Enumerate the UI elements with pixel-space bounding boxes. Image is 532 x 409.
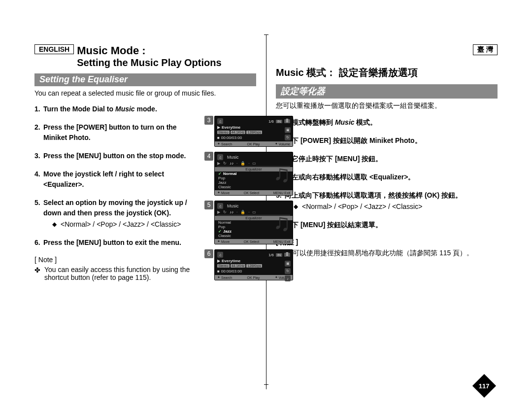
music-note-icon: ♫ — [217, 154, 223, 160]
intro-text-chinese: 您可以重複播放一個選取的音樂檔案或一組音樂檔案。 — [276, 102, 498, 110]
right-column: 臺 灣 Music 模式： 設定音樂播放選項 設定等化器 您可以重複播放一個選取… — [276, 44, 498, 258]
screen-bottom-bar: ✦Move OK Select MENU Exit — [215, 239, 293, 244]
play-icon: ▶ — [217, 259, 220, 263]
step-2-ch: 2. 按下 [POWER] 按鈕以開啟 Miniket Photo。 — [276, 136, 498, 146]
step-3-ch: 3. 在它停止時按下 [MENU] 按鈕。 — [276, 154, 498, 164]
play-icon: ▶ — [217, 161, 220, 166]
check-icon: ✓ — [218, 171, 222, 176]
format-icon: ▭ — [252, 210, 256, 214]
stop-icon: ■ — [217, 136, 220, 140]
step-4-ch: 4. 向左或向右移動搖桿以選取 <Equalizer>。 — [276, 172, 498, 182]
note-body-chinese: ✤ 您可以使用捷徑按鈕簡易地存取此功能（請參閱第 115 頁）。 — [276, 249, 498, 258]
step-6-ch: 6. 按下 [MENU] 按鈕以結束選單。 — [276, 220, 498, 230]
equalizer-icon: ♪♪ — [230, 161, 233, 166]
audio-info-chips: Stereo 44.1KHz 128Kbps — [217, 131, 290, 134]
camera-icon: ▣ — [285, 127, 291, 133]
note-bullet: ✤ — [34, 266, 40, 281]
screen-top-row: ♫ 1/6 IN ≣ — [217, 118, 290, 124]
mode-subtitle: Setting the Music Play Options — [77, 57, 221, 68]
screen-bottom-bar: ✦Search OK Play ✦Volume — [215, 275, 293, 280]
step-4: 4. Move the joystick left / right to sel… — [34, 169, 187, 190]
dpad-icon: ✦ — [217, 239, 220, 243]
screenshot-5: 5 ♫ Music ▶ ↻ ♪♪ · 🔒 · ▭ ♫ Equalizer Nor… — [214, 201, 303, 244]
screenshot-6: 6 ♫ 1/6 IN ≣ ▣ ↻ ♪ ▶ Everytime — [214, 249, 303, 280]
device-screen: ♫ Music ▶ ↻ ♪♪ · 🔒 · ▭ ♫ Equalizer Norma… — [214, 201, 293, 244]
lock-icon: 🔒 — [240, 161, 245, 166]
screenshot-number: 3 — [204, 116, 213, 125]
right-header: 臺 灣 — [276, 44, 498, 55]
time-row: ■ 00:00/03:00 — [217, 269, 290, 273]
screenshot-4: 4 ♫ Music ▶ ↻ ♪♪ · 🔒 · ▭ ♫ Equalizer ✓No… — [214, 152, 303, 196]
dpad-icon: ✦ — [217, 142, 220, 146]
screen-top-row: ♫ 1/6 IN ≣ — [217, 252, 290, 258]
mode-title: Music Mode : — [77, 44, 221, 57]
format-icon: ▭ — [252, 161, 256, 166]
step-5-ch: 5. 向上或向下移動搖桿以選取選項，然後按搖桿 (OK) 按鈕。 ◆ <Norm… — [276, 190, 498, 212]
time-row: ■ 00:00/03:00 — [217, 136, 290, 140]
step-5-options: ◆ <Normal> / <Pop> / <Jazz> / <Classic> — [52, 219, 187, 230]
side-icon-strip: ▣ ↻ — [285, 127, 291, 140]
song-title-row: ▶ Everytime — [217, 259, 290, 263]
repeat-icon: ↻ — [285, 268, 291, 274]
step-2: 2. Press the [POWER] button to turn on t… — [34, 122, 187, 143]
device-screen: ♫ Music ▶ ↻ ♪♪ · 🔒 · ▭ ♫ Equalizer ✓Norm… — [214, 152, 293, 196]
lock-icon: 🔒 — [240, 210, 245, 214]
dpad-icon: ✦ — [275, 275, 278, 279]
repeat-icon: ↻ — [223, 161, 227, 166]
equalizer-icon: ♪♪ — [230, 210, 233, 214]
list-icon: ≣ — [284, 119, 290, 123]
divider-tick — [264, 34, 268, 35]
eq-jazz-icon: ♪ — [285, 275, 291, 281]
music-note-icon: ♫ — [217, 118, 223, 124]
device-screen: ♫ 1/6 IN ≣ ▣ ↻ ♪ ▶ Everytime Stereo — [214, 249, 293, 280]
check-icon: ✓ — [218, 229, 222, 234]
device-screenshots: 3 ♫ 1/6 IN ≣ ▣ ↻ ▶ Everytime — [214, 116, 303, 285]
language-badge-english: ENGLISH — [34, 44, 74, 54]
screen-bottom-bar: ✦Move OK Select MENU Exit — [215, 190, 293, 195]
step-5: 5. Select an option by moving the joysti… — [34, 198, 187, 230]
dpad-icon: ✦ — [217, 275, 220, 279]
stop-icon: ■ — [217, 269, 220, 273]
dpad-icon: ✦ — [275, 142, 278, 146]
screen-bottom-bar: ✦Search OK Play ✦Volume — [215, 141, 293, 146]
page: ENGLISH Music Mode : Setting the Music P… — [34, 44, 498, 389]
left-header: ENGLISH Music Mode : Setting the Music P… — [34, 44, 256, 68]
side-icon-strip: ▣ ↻ ♪ — [285, 261, 291, 281]
step-6: 6. Press the [MENU] button to exit the m… — [34, 238, 187, 248]
audio-info-chips: Stereo 44.1KHz 128Kbps — [217, 264, 290, 268]
screenshot-3: 3 ♫ 1/6 IN ≣ ▣ ↻ ▶ Everytime — [214, 116, 303, 147]
dpad-icon: ✦ — [217, 191, 220, 195]
step-1-ch: 1. 將模式轉盤轉到 Music 模式。 — [276, 117, 498, 128]
screenshot-number: 4 — [204, 152, 213, 161]
play-icon: ▶ — [217, 210, 220, 214]
section-heading-chinese: 設定等化器 — [276, 84, 498, 99]
big-music-note-icon: ♫ — [273, 162, 291, 186]
step-5-options-ch: ◆ <Normal> / <Pop> / <Jazz> / <Classic> — [294, 202, 498, 212]
screen-top-row: ♫ Music — [217, 203, 290, 209]
list-icon: ≣ — [284, 253, 290, 257]
left-title-block: Music Mode : Setting the Music Play Opti… — [77, 44, 221, 68]
storage-in-badge: IN — [276, 120, 282, 123]
play-icon: ▶ — [217, 125, 220, 130]
storage-in-badge: IN — [276, 253, 282, 257]
music-note-icon: ♫ — [217, 252, 223, 258]
step-1: 1. Turn the Mode Dial to Music mode. — [34, 104, 187, 114]
divider-tick — [264, 384, 268, 385]
music-note-icon: ♫ — [217, 203, 223, 209]
screen-top-row: ♫ Music — [217, 154, 290, 160]
steps-list: 1. Turn the Mode Dial to Music mode. 2. … — [34, 104, 187, 248]
steps-list-chinese: 1. 將模式轉盤轉到 Music 模式。 2. 按下 [POWER] 按鈕以開啟… — [276, 117, 498, 230]
section-heading: Setting the Equaliser — [34, 73, 256, 86]
note-label-chinese: [ 附註 ] — [276, 238, 498, 247]
diamond-bullet: ◆ — [52, 219, 57, 230]
repeat-icon: ↻ — [285, 135, 291, 140]
camera-icon: ▣ — [285, 261, 291, 267]
big-music-note-icon: ♫ — [273, 211, 291, 235]
screenshot-number: 5 — [204, 201, 213, 209]
language-badge-chinese: 臺 灣 — [473, 44, 498, 55]
screenshot-number: 6 — [204, 249, 213, 258]
intro-text: You can repeat a selected music file or … — [34, 89, 256, 97]
mode-title-chinese: Music 模式： 設定音樂播放選項 — [276, 66, 498, 79]
repeat-icon: ↻ — [223, 210, 227, 214]
device-screen: ♫ 1/6 IN ≣ ▣ ↻ ▶ Everytime Stereo 44.1KH… — [214, 116, 293, 147]
